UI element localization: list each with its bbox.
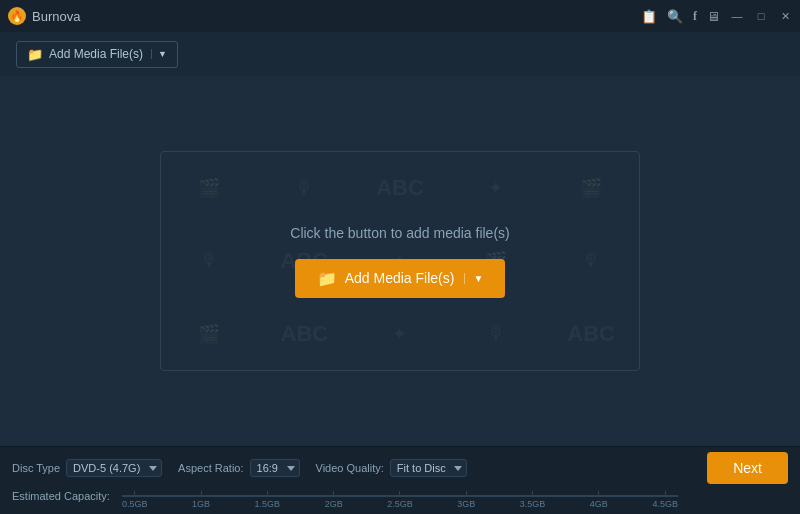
tick-1: 1GB: [192, 489, 210, 509]
file-toolbar-icon[interactable]: 📋: [641, 9, 657, 24]
capacity-label: Estimated Capacity:: [12, 490, 122, 502]
tick-label-0: 0.5GB: [122, 499, 148, 509]
minimize-button[interactable]: —: [730, 9, 744, 23]
capacity-bar: 0.5GB 1GB 1.5GB 2GB 2.5GB: [122, 489, 678, 503]
tick-label-8: 4.5GB: [652, 499, 678, 509]
tick-label-6: 3.5GB: [520, 499, 546, 509]
tick-5: 3GB: [457, 489, 475, 509]
wm-4: ✦: [448, 152, 544, 225]
video-quality-select[interactable]: Fit to Disc High Medium Low: [390, 459, 467, 477]
tick-label-3: 2GB: [325, 499, 343, 509]
maximize-button[interactable]: □: [754, 9, 768, 23]
add-media-main-icon: 📁: [317, 269, 337, 288]
app-title: Burnova: [32, 9, 80, 24]
tick-3: 2GB: [325, 489, 343, 509]
tick-label-2: 1.5GB: [255, 499, 281, 509]
add-media-toolbar-icon: 📁: [27, 47, 43, 62]
tick-7: 4GB: [590, 489, 608, 509]
bottom-bar: Disc Type DVD-5 (4.7G) DVD-9 (8.5G) BD-2…: [0, 446, 800, 514]
next-button[interactable]: Next: [707, 452, 788, 484]
tick-label-5: 3GB: [457, 499, 475, 509]
monitor-toolbar-icon[interactable]: 🖥: [707, 9, 720, 24]
aspect-ratio-label: Aspect Ratio:: [178, 462, 243, 474]
close-button[interactable]: ✕: [778, 9, 792, 23]
wm-3: ABC: [352, 152, 448, 225]
title-bar: 🔥 Burnova 📋 🔍 f 🖥 — □ ✕: [0, 0, 800, 32]
tick-4: 2.5GB: [387, 489, 413, 509]
add-media-toolbar-label: Add Media File(s): [49, 47, 143, 61]
video-quality-group: Video Quality: Fit to Disc High Medium L…: [316, 459, 467, 477]
title-controls: 📋 🔍 f 🖥 — □ ✕: [641, 9, 792, 24]
wm-10: 🎙: [543, 225, 639, 298]
wm-5: 🎬: [543, 152, 639, 225]
disc-type-group: Disc Type DVD-5 (4.7G) DVD-9 (8.5G) BD-2…: [12, 459, 162, 477]
add-media-main-label: Add Media File(s): [345, 270, 455, 286]
main-area: 🎬 🎙 ABC ✦ 🎬 🎙 ABC ✦ 🎬 🎙 🎬 ABC ✦ 🎙 ABC Cl…: [0, 76, 800, 446]
add-media-toolbar-dropdown[interactable]: ▼: [151, 49, 167, 59]
drop-hint-text: Click the button to add media file(s): [290, 225, 509, 241]
wm-1: 🎬: [161, 152, 257, 225]
app-icon-symbol: 🔥: [10, 10, 24, 23]
toolbar: 📁 Add Media File(s) ▼: [0, 32, 800, 76]
wm-13: ✦: [352, 297, 448, 370]
title-left: 🔥 Burnova: [8, 7, 80, 25]
wm-2: 🎙: [257, 152, 353, 225]
wm-15: ABC: [543, 297, 639, 370]
disc-type-label: Disc Type: [12, 462, 60, 474]
tick-label-4: 2.5GB: [387, 499, 413, 509]
add-media-toolbar-button[interactable]: 📁 Add Media File(s) ▼: [16, 41, 178, 68]
tick-label-7: 4GB: [590, 499, 608, 509]
app-icon: 🔥: [8, 7, 26, 25]
tick-0: 0.5GB: [122, 489, 148, 509]
tick-8: 4.5GB: [652, 489, 678, 509]
aspect-ratio-group: Aspect Ratio: 16:9 4:3: [178, 459, 299, 477]
capacity-ticks: 0.5GB 1GB 1.5GB 2GB 2.5GB: [122, 489, 678, 509]
video-quality-label: Video Quality:: [316, 462, 384, 474]
controls-row: Disc Type DVD-5 (4.7G) DVD-9 (8.5G) BD-2…: [12, 453, 788, 483]
capacity-row: Estimated Capacity: 0.5GB 1GB 1.5GB: [12, 485, 788, 507]
wm-6: 🎙: [161, 225, 257, 298]
tick-6: 3.5GB: [520, 489, 546, 509]
wm-12: ABC: [257, 297, 353, 370]
wm-11: 🎬: [161, 297, 257, 370]
wm-14: 🎙: [448, 297, 544, 370]
facebook-toolbar-icon[interactable]: f: [693, 9, 697, 24]
drop-zone: 🎬 🎙 ABC ✦ 🎬 🎙 ABC ✦ 🎬 🎙 🎬 ABC ✦ 🎙 ABC Cl…: [160, 151, 640, 371]
tick-2: 1.5GB: [255, 489, 281, 509]
search-toolbar-icon[interactable]: 🔍: [667, 9, 683, 24]
tick-label-1: 1GB: [192, 499, 210, 509]
disc-type-select[interactable]: DVD-5 (4.7G) DVD-9 (8.5G) BD-25 (25G) BD…: [66, 459, 162, 477]
aspect-ratio-select[interactable]: 16:9 4:3: [250, 459, 300, 477]
add-media-main-dropdown[interactable]: ▼: [464, 273, 483, 284]
add-media-main-button[interactable]: 📁 Add Media File(s) ▼: [295, 259, 506, 298]
